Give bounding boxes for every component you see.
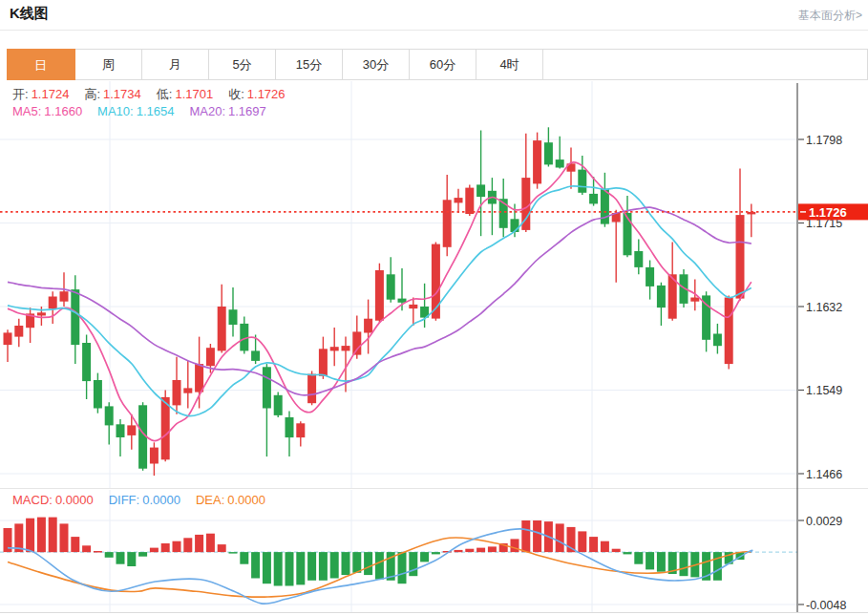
legend-label: MACD: [12,493,53,507]
macd-bar [398,552,407,583]
candle-body [589,194,598,204]
macd-bar [218,544,226,552]
tab-interval-3[interactable]: 5分 [209,50,276,79]
candle-body [263,367,271,408]
macd-bar [330,552,339,578]
axis-label: 1.1549 [806,384,842,397]
candle-body [60,291,69,302]
macd-bar [578,531,586,552]
axis-label: 0.0029 [806,515,842,528]
kline-chart-canvas[interactable]: 1.17981.17151.16321.15491.14660.0029-0.0… [0,81,868,615]
macd-bar [409,552,417,576]
tab-interval-7[interactable]: 4时 [476,50,543,79]
candle-body [37,312,46,315]
candle-body [634,251,643,267]
fundamental-analysis-link[interactable]: 基本面分析> [798,8,862,24]
legend-label: DIFF: [109,493,140,507]
candle-body [105,406,114,425]
page-header: K线图 基本面分析> [0,0,868,31]
candle-body [49,297,57,309]
candle-body [556,159,564,167]
candle-body [690,298,699,302]
candle-body [713,334,722,347]
macd-bar [476,548,485,553]
macd-bar [465,549,474,552]
candle-body [4,332,12,345]
candle-body [274,395,283,415]
macd-bar [713,552,722,581]
macd-bar [455,550,463,552]
tab-bar-filler [543,50,867,79]
macd-bar [263,552,271,583]
candle-body [195,364,203,392]
legend-label: DEA: [196,493,224,507]
candle-body [150,448,159,464]
macd-bar [105,552,114,558]
ma-legend: MA5:1.1660MA10:1.1654MA20:1.1697 [12,104,282,118]
candle-body [251,350,260,361]
macd-bar [296,552,305,584]
macd-bar [680,552,688,576]
current-price-text: 1.1726 [809,205,847,220]
page-title: K线图 [10,5,49,23]
candle-body [511,219,519,232]
macd-bar [624,552,632,554]
macd-bar [533,520,541,552]
kline-app: { "header": { "title": "K线图", "link": "基… [0,0,868,615]
tab-interval-6[interactable]: 60分 [410,50,476,79]
candle-body [387,274,395,299]
candle-body [116,424,125,437]
legend-value: 0.0000 [227,493,265,507]
legend-value: 0.0000 [55,493,94,507]
macd-bar [251,552,260,578]
macd-bar [127,552,136,566]
macd-bar [488,546,497,552]
axis-label: -0.0048 [806,599,846,612]
candle-body [725,298,733,365]
legend-value: 1.1734 [103,87,141,101]
axis-label: 1.1466 [806,468,842,481]
candle-body [71,289,79,345]
legend-label: 收: [228,86,244,103]
macd-bar [375,552,384,580]
candle-body [657,286,666,308]
legend-label: MA10: [97,104,134,118]
legend-value: 1.1654 [137,104,175,118]
macd-bar [161,543,170,552]
candle-body [736,215,745,299]
legend-label: MA5: [12,104,41,118]
candle-body [218,307,226,350]
tab-interval-1[interactable]: 周 [75,50,142,79]
candle-body [352,331,361,354]
axis-label: 1.1632 [806,301,842,314]
candle-body [646,267,654,286]
macd-bar [352,552,361,573]
macd-bar [150,548,159,553]
candle-body [533,140,541,183]
tab-interval-0[interactable]: 日 [7,49,75,80]
legend-value: 1.1726 [247,87,286,101]
candle-body [465,188,474,214]
macd-bar [646,552,654,569]
macd-bar [589,537,598,552]
legend-label: 开: [12,86,29,103]
macd-bar [94,551,102,553]
legend-label: MA20: [189,104,225,118]
macd-bar [37,518,46,553]
candle-body [161,397,170,459]
axis-label: 1.1798 [806,134,842,147]
candle-body [173,380,181,405]
macd-bar [511,539,519,552]
legend-label: 低: [157,86,173,103]
candle-body [127,425,136,435]
candle-body [375,270,384,321]
candle-body [409,305,417,308]
tab-interval-5[interactable]: 30分 [343,50,410,79]
tab-interval-2[interactable]: 月 [142,50,209,79]
legend-value: 1.1724 [32,87,70,101]
candle-body [183,388,192,392]
candle-body [443,200,452,246]
macd-bar [116,552,125,564]
tab-interval-4[interactable]: 15分 [276,50,343,79]
candle-body [544,142,553,164]
